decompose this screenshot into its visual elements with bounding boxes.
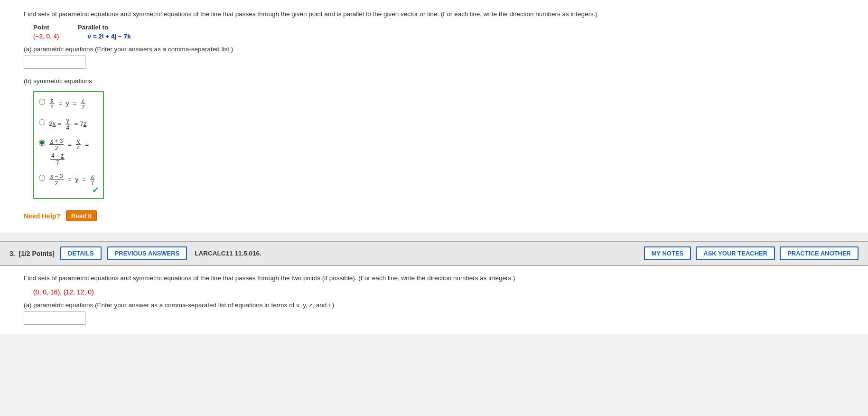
problem3-bar: 3. [1/2 Points] DETAILS PREVIOUS ANSWERS… bbox=[0, 241, 868, 266]
radio-1[interactable] bbox=[39, 99, 45, 105]
radio-3[interactable] bbox=[39, 140, 45, 146]
problem-points-text: [1/2 Points] bbox=[19, 250, 54, 257]
point-header: Point bbox=[33, 24, 49, 31]
problem-id: LARCALC11 11.5.016. bbox=[195, 250, 261, 257]
part-a-label: (a) parametric equations (Enter your ans… bbox=[24, 46, 854, 53]
problem3-part-a-label: (a) parametric equations (Enter your ans… bbox=[24, 302, 854, 309]
correct-checkmark: ✔ bbox=[92, 185, 99, 195]
part-b-label: (b) symmetric equations bbox=[24, 77, 854, 85]
parallel-value: v = 2i + 4j − 7k bbox=[87, 33, 131, 40]
radio-option-4: x − 3 2 = y = z 7 bbox=[39, 173, 95, 187]
problem2-description: Find sets of parametric equations and sy… bbox=[24, 9, 854, 19]
frac-z-7: z 7 bbox=[81, 97, 86, 111]
problem3-points: (0, 0, 16), (12, 12, 0) bbox=[33, 288, 854, 296]
part-a-input[interactable] bbox=[24, 56, 85, 69]
need-help-row: Need Help? Read It bbox=[24, 210, 854, 221]
problem3-description: Find sets of parametric equations and sy… bbox=[24, 274, 854, 283]
problem-num-text: 3. bbox=[9, 250, 15, 257]
read-it-button[interactable]: Read It bbox=[66, 210, 97, 221]
practice-another-button[interactable]: PRACTICE ANOTHER bbox=[780, 246, 859, 260]
frac-x3-2: x + 3 2 bbox=[49, 138, 64, 151]
problem3-part-a-input[interactable] bbox=[24, 312, 85, 325]
problem3-points-value: (0, 0, 16), (12, 12, 0) bbox=[33, 288, 94, 296]
right-buttons: MY NOTES ASK YOUR TEACHER PRACTICE ANOTH… bbox=[644, 246, 859, 260]
ask-teacher-button[interactable]: ASK YOUR TEACHER bbox=[696, 246, 775, 260]
problem2-content: Find sets of parametric equations and sy… bbox=[0, 0, 868, 233]
radio-4[interactable] bbox=[39, 175, 45, 181]
option2-expr: 2x = y 4 = 7z bbox=[49, 117, 87, 131]
frac-y-4b: y 4 bbox=[76, 138, 81, 151]
need-help-label: Need Help? bbox=[24, 212, 60, 220]
table-values: (−3, 0, 4) v = 2i + 4j − 7k bbox=[33, 33, 854, 40]
problem3-number: 3. [1/2 Points] bbox=[9, 250, 55, 257]
point-parallel-table: Point Parallel to (−3, 0, 4) v = 2i + 4j… bbox=[33, 24, 854, 40]
frac-y-4: y 4 bbox=[65, 117, 70, 131]
previous-answers-button[interactable]: PREVIOUS ANSWERS bbox=[107, 246, 187, 260]
frac-xm3-2: x − 3 2 bbox=[49, 173, 64, 187]
table-headers: Point Parallel to bbox=[33, 24, 854, 31]
radio-option-3: x + 3 2 = y 4 = 4 − z 7 bbox=[39, 138, 95, 166]
section-separator bbox=[0, 233, 868, 241]
option4-expr: x − 3 2 = y = z 7 bbox=[49, 173, 95, 187]
parallel-header: Parallel to bbox=[78, 24, 109, 31]
radio-option-1: x 2 = y = z 7 bbox=[39, 97, 95, 111]
symmetric-options-box: x 2 = y = z 7 2x = y 4 = 7z bbox=[33, 91, 104, 199]
problem3-content: Find sets of parametric equations and sy… bbox=[0, 266, 868, 334]
radio-option-2: 2x = y 4 = 7z bbox=[39, 117, 95, 131]
option1-expr: x 2 = y = z 7 bbox=[49, 97, 86, 111]
option3-expr: x + 3 2 = y 4 = 4 − z 7 bbox=[49, 138, 89, 166]
frac-4minusz-7: 4 − z 7 bbox=[50, 152, 65, 166]
radio-2[interactable] bbox=[39, 119, 45, 125]
frac-x-2: x 2 bbox=[49, 97, 55, 111]
point-value: (−3, 0, 4) bbox=[33, 33, 59, 40]
details-button[interactable]: DETAILS bbox=[60, 246, 102, 260]
my-notes-button[interactable]: MY NOTES bbox=[644, 246, 691, 260]
